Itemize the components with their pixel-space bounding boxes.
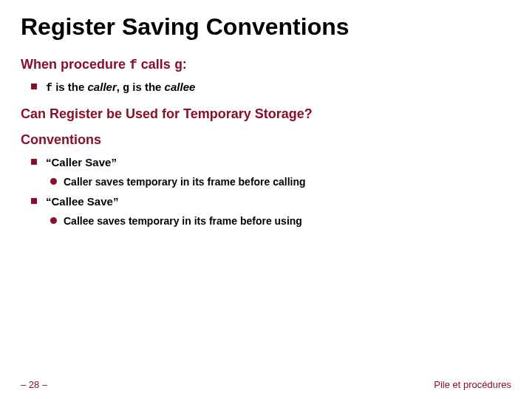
text: is the	[52, 81, 88, 93]
text: ,	[117, 81, 123, 93]
sub-list-callee: Callee saves temporary in its frame befo…	[46, 214, 511, 228]
bullet-caller-save: “Caller Save” Caller saves temporary in …	[46, 155, 511, 188]
text: “Caller Save”	[46, 156, 117, 168]
text: is the	[129, 81, 165, 93]
code-f: f	[129, 58, 137, 72]
term-callee: callee	[165, 81, 196, 93]
heading-when-calls: When procedure f calls g:	[21, 57, 511, 72]
bullet-list-conventions: “Caller Save” Caller saves temporary in …	[21, 155, 511, 228]
text: “Callee Save”	[46, 195, 118, 208]
sub-list-caller: Caller saves temporary in its frame befo…	[46, 175, 511, 189]
bullet-callee-save: “Callee Save” Callee saves temporary in …	[46, 194, 511, 228]
sub-caller-saves: Caller saves temporary in its frame befo…	[64, 175, 511, 189]
code-f: f	[46, 82, 52, 95]
code-g: g	[174, 58, 183, 72]
footer: – 28 – Pile et procédures	[21, 379, 511, 390]
slide-title: Register Saving Conventions	[21, 13, 511, 41]
footer-right: Pile et procédures	[434, 379, 511, 390]
page-number: – 28 –	[21, 379, 47, 390]
text: :	[183, 57, 187, 72]
bullet-caller-callee: f is the caller, g is the callee	[46, 80, 511, 96]
bullet-list-1: f is the caller, g is the callee	[21, 80, 511, 96]
text: When procedure	[21, 57, 129, 72]
sub-callee-saves: Callee saves temporary in its frame befo…	[64, 214, 511, 228]
heading-conventions: Conventions	[21, 132, 511, 148]
code-g: g	[123, 82, 129, 95]
text: calls	[137, 57, 174, 72]
heading-temp-storage: Can Register be Used for Temporary Stora…	[21, 106, 511, 122]
term-caller: caller	[88, 81, 117, 93]
